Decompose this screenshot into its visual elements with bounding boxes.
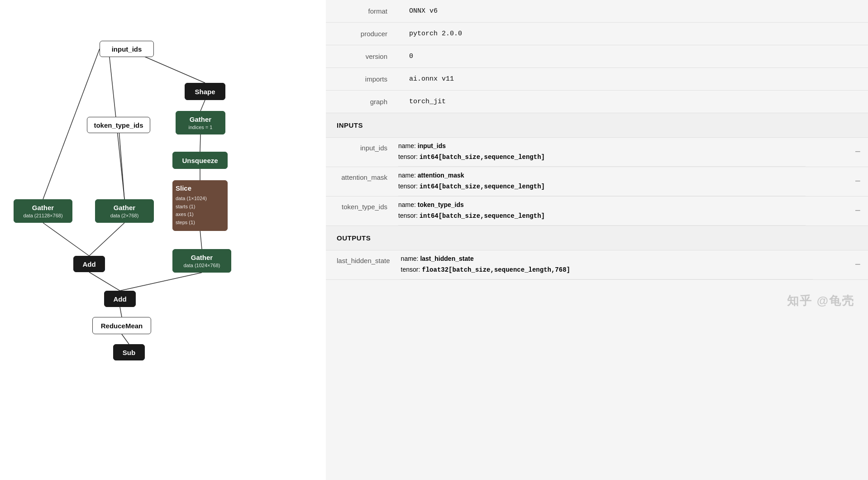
svg-line-6 [200,230,202,249]
format-label: format [326,0,398,23]
version-label: version [326,45,398,68]
node-add1[interactable]: Add [73,256,105,272]
node-shape-label: Shape [195,87,215,96]
node-input-ids-label: input_ids [112,44,142,54]
svg-line-10 [89,272,120,291]
outputs-table: last_hidden_state name: last_hidden_stat… [326,250,868,280]
imports-label: imports [326,68,398,91]
producer-label: producer [326,23,398,45]
input-dash-token-type-ids: − [806,197,868,226]
svg-line-11 [120,273,202,291]
node-gather3[interactable]: Gather data (21128×768) [14,199,72,223]
info-panel: format ONNX v6 producer pytorch 2.0.0 ve… [326,0,868,480]
node-slice[interactable]: Slice data (1×1024) starts (1) axes (1) … [172,180,228,231]
node-gather4-attr: data (2×768) [110,212,139,219]
producer-row: producer pytorch 2.0.0 [326,23,868,45]
format-value: ONNX v6 [398,0,868,23]
node-gather4-label: Gather [114,203,135,212]
node-sub-label: Sub [123,348,135,357]
inputs-header: INPUTS [326,113,868,138]
node-add2-label: Add [113,294,126,304]
svg-line-9 [89,223,124,256]
graph-container: input_ids Shape Gather indices = 1 Unsqu… [0,0,326,480]
input-detail-name-attention-mask: name: attention_mask [398,167,806,181]
inputs-table: input_ids name: input_ids tensor: int64[… [326,138,868,226]
input-row-token-type-ids: token_type_ids name: token_type_ids tens… [326,197,868,226]
node-reducemean-label: ReduceMean [101,321,143,331]
watermark-area: 知乎 @龟壳 [326,280,868,316]
metadata-table: format ONNX v6 producer pytorch 2.0.0 ve… [326,0,868,113]
watermark-text: 知乎 @龟壳 [787,293,854,309]
node-gather1-attr: indices = 1 [189,124,213,131]
node-token-type-ids-label: token_type_ids [94,120,143,130]
node-add1-label: Add [82,259,95,269]
input-detail-name-input-ids: name: input_ids [398,138,806,151]
output-name-last-hidden-state: last_hidden_state [326,250,401,280]
node-gather1-label: Gather [190,115,211,124]
version-row: version 0 [326,45,868,68]
version-value: 0 [398,45,868,68]
output-detail-name-last-hidden-state: name: last_hidden_state [401,250,813,264]
svg-line-4 [200,134,200,152]
graph-label: graph [326,91,398,113]
input-row-attention-mask: attention_mask name: attention_mask tens… [326,167,868,197]
format-row: format ONNX v6 [326,0,868,23]
graph-panel: input_ids Shape Gather indices = 1 Unsqu… [0,0,326,480]
node-token-type-ids[interactable]: token_type_ids [87,117,150,133]
input-tensor-token-type-ids: tensor: int64[batch_size,sequence_length… [398,210,806,226]
input-tensor-attention-mask: tensor: int64[batch_size,sequence_length… [398,181,806,196]
input-tensor-input-ids: tensor: int64[batch_size,sequence_length… [398,151,806,167]
node-gather1[interactable]: Gather indices = 1 [176,111,225,134]
node-gather4[interactable]: Gather data (2×768) [95,199,154,223]
node-gather2-attr: data (1024×768) [183,262,220,269]
input-name-token-type-ids: token_type_ids [326,197,398,226]
input-name-attention-mask: attention_mask [326,167,398,197]
svg-line-12 [120,307,122,317]
svg-line-13 [122,334,129,344]
node-slice-attr: data (1×1024) starts (1) axes (1) steps … [176,195,207,226]
output-dash-last-hidden-state: − [813,250,868,280]
graph-connections [0,0,326,480]
input-name-input-ids: input_ids [326,138,398,167]
node-gather2-label: Gather [191,253,213,262]
graph-row: graph torch_jit [326,91,868,113]
imports-row: imports ai.onnx v11 [326,68,868,91]
node-gather3-label: Gather [32,203,54,212]
node-unsqueeze[interactable]: Unsqueeze [172,152,228,169]
input-dash-attention-mask: − [806,167,868,197]
producer-value: pytorch 2.0.0 [398,23,868,45]
node-reducemean[interactable]: ReduceMean [92,317,151,334]
graph-value: torch_jit [398,91,868,113]
input-detail-name-token-type-ids: name: token_type_ids [398,197,806,210]
node-add2[interactable]: Add [104,291,136,307]
input-dash-input-ids: − [806,138,868,167]
output-tensor-last-hidden-state: tensor: float32[batch_size,sequence_leng… [401,264,813,279]
node-input-ids[interactable]: input_ids [100,41,154,57]
svg-line-7 [119,125,124,199]
imports-value: ai.onnx v11 [398,68,868,91]
output-row-last-hidden-state: last_hidden_state name: last_hidden_stat… [326,250,868,280]
node-gather2[interactable]: Gather data (1024×768) [172,249,231,273]
node-slice-label: Slice [176,183,191,193]
node-gather3-attr: data (21128×768) [23,212,62,219]
input-row-input-ids: input_ids name: input_ids tensor: int64[… [326,138,868,167]
outputs-header: OUTPUTS [326,226,868,250]
svg-line-3 [200,100,205,111]
node-shape[interactable]: Shape [185,83,225,100]
svg-line-8 [43,223,89,256]
node-sub[interactable]: Sub [113,344,145,360]
node-unsqueeze-label: Unsqueeze [182,156,218,165]
